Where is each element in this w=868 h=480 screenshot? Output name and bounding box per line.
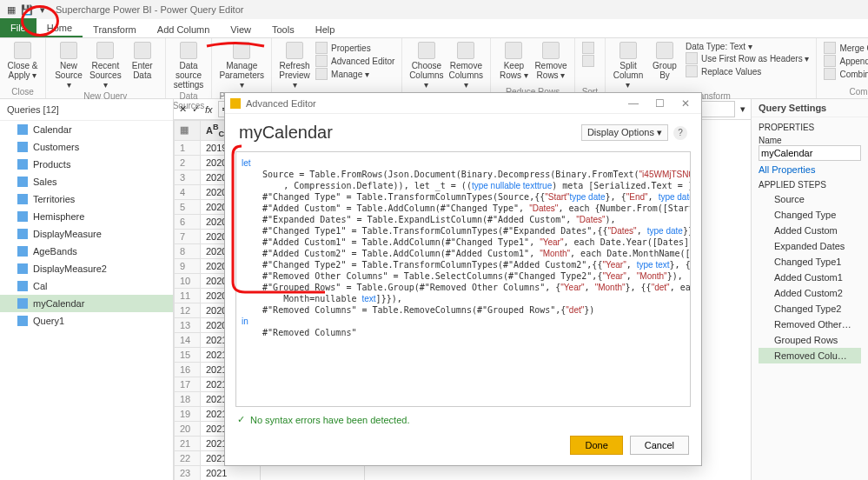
- first-row-headers-button[interactable]: Use First Row as Headers ▾: [686, 52, 809, 64]
- row-number: 11: [175, 288, 201, 303]
- choose-columns-button[interactable]: Choose Columns ▾: [409, 42, 443, 90]
- check-formula-icon[interactable]: ✓: [192, 103, 200, 115]
- advanced-editor-button[interactable]: Advanced Editor: [315, 55, 394, 67]
- enter-data-button[interactable]: Enter Data: [127, 42, 158, 80]
- row-number: 3: [175, 170, 201, 184]
- tab-tools[interactable]: Tools: [262, 22, 305, 37]
- query-item[interactable]: Territories: [0, 190, 173, 208]
- all-properties-link[interactable]: All Properties: [759, 164, 861, 175]
- tab-transform[interactable]: Transform: [83, 22, 147, 37]
- query-settings-title: Query Settings: [752, 99, 868, 117]
- applied-step[interactable]: Expanded Dates: [759, 238, 861, 254]
- row-number: 1: [175, 140, 201, 155]
- applied-steps-list[interactable]: SourceChanged TypeAdded CustomExpanded D…: [759, 191, 861, 363]
- quick-access-toolbar: ▦ 💾 ▾: [5, 3, 49, 16]
- app-icon: ▦: [5, 3, 17, 16]
- query-item[interactable]: Cal: [0, 277, 173, 295]
- query-item[interactable]: Query1: [0, 312, 173, 330]
- file-tab[interactable]: File: [0, 18, 36, 37]
- help-icon[interactable]: ?: [673, 126, 687, 140]
- query-item[interactable]: DisplayMeasure2: [0, 260, 173, 277]
- data-source-settings-button[interactable]: Data source settings: [173, 42, 205, 90]
- manage-parameters-button[interactable]: Manage Parameters ▾: [219, 42, 264, 90]
- applied-step[interactable]: Changed Type1: [759, 254, 861, 270]
- row-number: 6: [175, 214, 201, 229]
- replace-values-button[interactable]: Replace Values: [686, 65, 809, 77]
- dropdown-icon[interactable]: ▾: [36, 3, 49, 16]
- syntax-message: No syntax errors have been detected.: [250, 415, 409, 425]
- data-type-dropdown[interactable]: Data Type: Text ▾: [686, 42, 809, 51]
- tab-help[interactable]: Help: [305, 22, 346, 37]
- properties-button[interactable]: Properties: [315, 42, 394, 54]
- cell-extra[interactable]: [261, 465, 365, 480]
- corner-cell: ▦: [175, 121, 201, 141]
- sort-asc-button[interactable]: [582, 42, 594, 54]
- query-item[interactable]: DisplayMeasure: [0, 225, 173, 243]
- merge-queries-button[interactable]: Merge Queries ▾: [824, 42, 868, 54]
- dialog-heading: myCalendar: [239, 123, 333, 143]
- cancel-button[interactable]: Cancel: [630, 436, 689, 455]
- combine-files-button[interactable]: Combine Files: [824, 68, 868, 80]
- close-formula-icon[interactable]: ✕: [179, 103, 187, 115]
- row-number: 16: [175, 362, 201, 377]
- tab-view[interactable]: View: [220, 22, 262, 37]
- split-column-button[interactable]: Split Column ▾: [613, 42, 644, 90]
- row-number: 21: [175, 436, 201, 450]
- fx-label: fx: [205, 104, 213, 115]
- remove-rows-button[interactable]: Remove Rows ▾: [534, 42, 567, 80]
- query-item[interactable]: Products: [0, 156, 173, 173]
- queries-header: Queries [12]: [0, 99, 173, 121]
- applied-step[interactable]: Source: [759, 191, 861, 207]
- dialog-icon: [230, 98, 241, 109]
- row-number: 17: [175, 377, 201, 391]
- code-editor[interactable]: let Source = Table.FromRows(Json.Documen…: [235, 151, 691, 407]
- row-number: 5: [175, 199, 201, 214]
- recent-sources-button[interactable]: Recent Sources ▾: [89, 42, 122, 90]
- refresh-preview-button[interactable]: Refresh Preview ▾: [279, 42, 310, 90]
- row-number: 14: [175, 332, 201, 347]
- close-apply-button[interactable]: Close & Apply ▾: [7, 42, 38, 80]
- applied-step[interactable]: Added Custom: [759, 223, 861, 238]
- row-number: 13: [175, 317, 201, 332]
- query-item[interactable]: Calendar: [0, 121, 173, 138]
- query-item[interactable]: Sales: [0, 173, 173, 190]
- query-name-input[interactable]: [759, 145, 861, 161]
- row-number: 7: [175, 229, 201, 243]
- applied-step[interactable]: Grouped Rows: [759, 332, 861, 348]
- tab-add-column[interactable]: Add Column: [147, 22, 221, 37]
- new-source-button[interactable]: New Source ▾: [53, 42, 84, 90]
- window-titlebar: ▦ 💾 ▾ Supercharge Power BI - Power Query…: [0, 0, 868, 19]
- manage-button[interactable]: Manage ▾: [315, 68, 394, 80]
- applied-step[interactable]: Changed Type: [759, 207, 861, 223]
- applied-step[interactable]: Added Custom1: [759, 270, 861, 285]
- append-queries-button[interactable]: Append Queries ▾: [824, 55, 868, 67]
- display-options-dropdown[interactable]: Display Options ▾: [581, 124, 668, 141]
- done-button[interactable]: Done: [570, 436, 622, 455]
- applied-step[interactable]: Added Custom2: [759, 285, 861, 301]
- applied-step[interactable]: Removed Columns: [759, 348, 861, 363]
- row-number: 22: [175, 450, 201, 465]
- tab-home[interactable]: Home: [36, 20, 83, 37]
- save-icon[interactable]: 💾: [21, 3, 33, 16]
- syntax-status: ✓ No syntax errors have been detected.: [225, 410, 701, 429]
- remove-columns-button[interactable]: Remove Columns ▾: [448, 42, 483, 90]
- sort-desc-button[interactable]: [582, 55, 594, 67]
- cell-year[interactable]: 2021: [201, 465, 261, 480]
- group-by-button[interactable]: Group By: [649, 42, 680, 80]
- close-dialog-icon[interactable]: ✕: [675, 97, 696, 110]
- applied-step[interactable]: Removed Other Co: [759, 317, 861, 332]
- row-number: 15: [175, 347, 201, 362]
- window-title: Supercharge Power BI - Power Query Edito…: [56, 4, 243, 15]
- formula-dropdown-icon[interactable]: ▾: [740, 103, 745, 115]
- query-item[interactable]: myCalendar: [0, 295, 173, 312]
- minimize-icon[interactable]: —: [623, 97, 644, 110]
- query-item[interactable]: AgeBands: [0, 243, 173, 260]
- queries-list[interactable]: CalendarCustomersProductsSalesTerritorie…: [0, 121, 173, 480]
- keep-rows-button[interactable]: Keep Rows ▾: [498, 42, 529, 80]
- applied-step[interactable]: Changed Type2: [759, 301, 861, 317]
- check-icon: ✓: [237, 414, 245, 425]
- query-item[interactable]: Customers: [0, 138, 173, 156]
- maximize-icon[interactable]: ☐: [649, 97, 670, 110]
- dialog-title: Advanced Editor: [246, 98, 316, 109]
- query-item[interactable]: Hemisphere: [0, 208, 173, 225]
